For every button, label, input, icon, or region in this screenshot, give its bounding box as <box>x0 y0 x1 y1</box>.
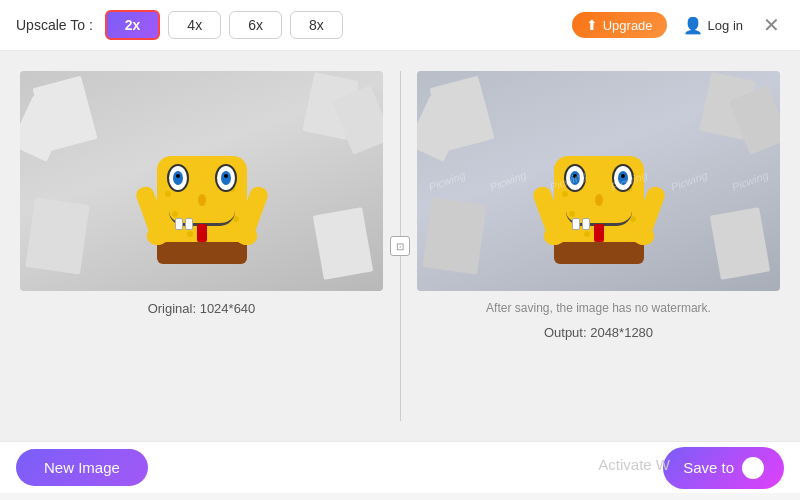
header-right: ⬆ Upgrade 👤 Log in ✕ <box>572 12 784 38</box>
output-label: Output: 2048*1280 <box>544 325 653 340</box>
watermark-6: Picwing <box>730 169 770 193</box>
save-button[interactable]: Save to ⬇ <box>663 447 784 489</box>
save-label: Save to <box>683 459 734 476</box>
output-image-frame: Picwing Picwing Picwing Picwing Picwing … <box>417 71 780 291</box>
upgrade-icon: ⬆ <box>586 17 598 33</box>
original-image-panel: Original: 1024*640 <box>20 71 383 316</box>
scale-2x-button[interactable]: 2x <box>105 10 161 40</box>
scale-8x-button[interactable]: 8x <box>290 11 343 39</box>
original-label: Original: 1024*640 <box>148 301 256 316</box>
account-icon: 👤 <box>683 16 703 35</box>
spongebob-body-output <box>554 156 644 256</box>
watermark-2: Picwing <box>488 169 528 193</box>
activate-watermark-text: Activate W <box>598 456 670 473</box>
new-image-button[interactable]: New Image <box>16 449 148 486</box>
output-image: Picwing Picwing Picwing Picwing Picwing … <box>417 71 780 291</box>
watermark-1: Picwing <box>427 169 467 193</box>
scale-4x-button[interactable]: 4x <box>168 11 221 39</box>
original-image <box>20 71 383 291</box>
panel-divider: ⊡ <box>399 71 401 421</box>
scale-6x-button[interactable]: 6x <box>229 11 282 39</box>
original-image-frame <box>20 71 383 291</box>
close-button[interactable]: ✕ <box>759 13 784 37</box>
watermark-5: Picwing <box>669 169 709 193</box>
upscale-label: Upscale To : <box>16 17 93 33</box>
save-dropdown-icon: ⬇ <box>742 457 764 479</box>
upgrade-button[interactable]: ⬆ Upgrade <box>572 12 667 38</box>
main-content: Original: 1024*640 ⊡ <box>0 51 800 441</box>
login-button[interactable]: 👤 Log in <box>683 16 743 35</box>
header: Upscale To : 2x 4x 6x 8x ⬆ Upgrade 👤 Log… <box>0 0 800 51</box>
watermark-notice: After saving, the image has no watermark… <box>486 301 711 315</box>
spongebob-body <box>157 156 247 256</box>
login-label: Log in <box>708 18 743 33</box>
footer: New Image Activate W Save to ⬇ <box>0 441 800 493</box>
compare-icon: ⊡ <box>390 236 410 256</box>
output-image-panel: Picwing Picwing Picwing Picwing Picwing … <box>417 71 780 340</box>
upgrade-label: Upgrade <box>603 18 653 33</box>
